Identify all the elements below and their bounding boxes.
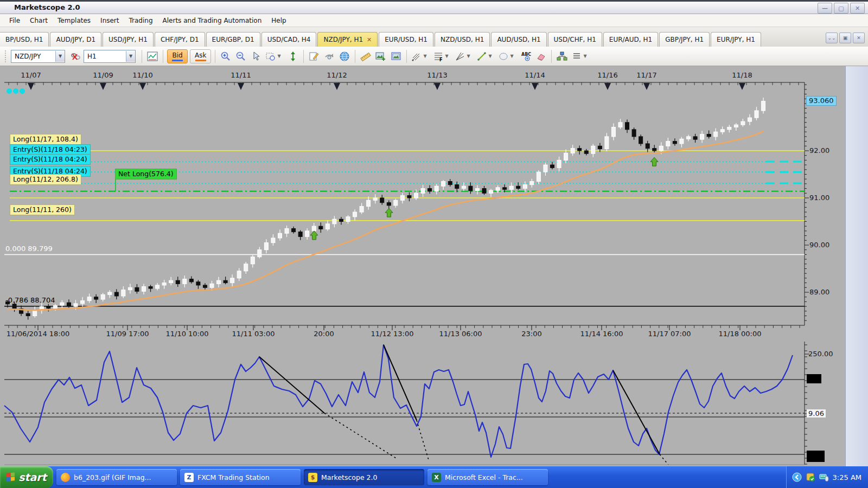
task-label: FXCM Trading Station [197, 473, 270, 481]
add-image-icon[interactable] [374, 49, 388, 63]
collapse-chevron-icon[interactable] [792, 472, 802, 482]
tab-close-icon[interactable]: ✕ [367, 36, 372, 43]
menu-bar: FileChartTemplatesInsertTradingAlerts an… [0, 14, 868, 27]
marquee-zoom-icon[interactable]: ▼ [264, 49, 285, 63]
top-axis-date: 11/13 [427, 71, 447, 79]
ruler-icon[interactable] [359, 49, 373, 63]
price-chart-canvas[interactable] [0, 66, 868, 466]
chevron-down-icon[interactable]: ▼ [510, 54, 513, 59]
tab-audusdh1[interactable]: AUD/USD, H1 [491, 32, 546, 47]
trade-label[interactable]: Long(11/17, 108.4) [10, 134, 81, 145]
tab-usdjpyh1[interactable]: USD/JPY, H1 [103, 32, 154, 47]
image-frame-icon[interactable] [389, 49, 403, 63]
bottom-axis-date: 11/13 06:00 [439, 330, 482, 338]
taskbar-task-firefox[interactable]: b6_203.gif (GIF Imag... [56, 469, 177, 485]
tab-nzdusdh1[interactable]: NZD/USD, H1 [435, 32, 490, 47]
tab-label: EUR/AUD, H1 [609, 36, 652, 43]
menu-item-file[interactable]: File [4, 15, 25, 26]
tab-label: USD/JPY, H1 [108, 36, 148, 43]
chevron-down-icon[interactable]: ▼ [445, 54, 448, 59]
start-button[interactable]: start [0, 466, 53, 488]
bottom-axis-date: 11/11 03:00 [232, 330, 275, 338]
minimize-button[interactable]: — [818, 3, 832, 14]
shield-check-icon[interactable] [806, 472, 815, 482]
chevron-down-icon[interactable]: ▼ [277, 54, 280, 59]
tab-nzdjpyh1[interactable]: NZD/JPY, H1✕ [317, 32, 378, 47]
text-abc-icon[interactable]: ABC [519, 49, 533, 63]
trade-label[interactable]: Entry(S)(11/18 04:24) [10, 154, 91, 165]
taskbar-task-fxcm[interactable]: ZFXCM Trading Station [180, 469, 301, 485]
tab-usdcadh4[interactable]: USD/CAD, H4 [261, 32, 317, 47]
taskbar-task-excel[interactable]: XMicrosoft Excel - Trac... [427, 469, 548, 485]
eraser-icon[interactable] [534, 49, 548, 63]
tab-gbpjpyh1[interactable]: GBP/JPY, H1 [659, 32, 710, 47]
taskbar: start b6_203.gif (GIF Imag...ZFXCM Tradi… [0, 466, 868, 488]
toolbar-grip[interactable] [5, 50, 8, 62]
title-bar[interactable]: Marketscope 2.0 — ▢ ✕ [0, 2, 868, 14]
chevron-down-icon[interactable]: ▼ [583, 54, 586, 59]
bottom-axis-date: 11/09 17:00 [106, 330, 149, 338]
indicator-axis-label: 250.00 [808, 350, 833, 358]
top-axis-date: 11/18 [732, 71, 752, 79]
trade-label[interactable]: Entry(S)(11/18 04:23) [10, 144, 91, 155]
trade-label[interactable]: Long(11/11, 260) [10, 204, 75, 215]
tab-label: USD/CHF, H1 [554, 36, 596, 43]
close-child-button[interactable]: ✕ [853, 33, 865, 43]
tab-usdchfh1[interactable]: USD/CHF, H1 [548, 32, 602, 47]
zoom-in-icon[interactable] [219, 49, 233, 63]
pitchfork-icon[interactable]: ▼ [410, 49, 431, 63]
globe-icon[interactable] [337, 49, 352, 63]
menu-item-help[interactable]: Help [266, 15, 291, 26]
tab-chfjpyd1[interactable]: CHF/JPY, D1 [155, 32, 205, 47]
chevron-down-icon[interactable]: ▼ [126, 51, 135, 62]
svg-text:F: F [439, 57, 442, 62]
redo-view-icon[interactable] [322, 49, 336, 63]
menu-item-chart[interactable]: Chart [25, 15, 53, 26]
trade-label[interactable]: Net Long(576.4) [115, 169, 177, 179]
fib-levels-icon[interactable]: F▼ [432, 49, 452, 63]
menu-item-alerts-and-trading-automation[interactable]: Alerts and Trading Automation [158, 15, 267, 26]
line-icon[interactable]: ▼ [475, 49, 496, 63]
tab-euraudh1[interactable]: EUR/AUD, H1 [603, 32, 658, 47]
fit-vertical-icon[interactable] [286, 49, 300, 63]
restore-child-button[interactable]: ▣ [839, 33, 851, 43]
hierarchy-icon[interactable] [555, 49, 569, 63]
tab-eurjpyh1[interactable]: EUR/JPY, H1 [711, 32, 761, 47]
chevron-down-icon[interactable]: ▼ [423, 54, 426, 59]
right-panel-strip[interactable] [845, 66, 868, 466]
clock: 3:25 AM [833, 473, 861, 481]
taskbar-task-marketscope[interactable]: $Marketscope 2.0 [304, 469, 424, 485]
tab-audjpyd1[interactable]: AUD/JPY, D1 [50, 32, 101, 47]
tab-eurusdh1[interactable]: EUR/USD, H1 [379, 32, 433, 47]
tab-eurgbpd1[interactable]: EUR/GBP, D1 [206, 32, 260, 47]
menu-item-templates[interactable]: Templates [53, 15, 95, 26]
unlink-icon[interactable] [69, 49, 83, 63]
marker-dot [7, 88, 12, 94]
chart-area[interactable]: 11/0711/0911/1011/1111/1211/1311/1411/16… [0, 66, 868, 466]
list-icon[interactable]: ▼ [570, 49, 591, 63]
top-axis-date: 11/11 [231, 71, 251, 79]
chart-type-icon[interactable] [145, 49, 159, 63]
edit-note-icon[interactable] [307, 49, 321, 63]
chevron-down-icon[interactable]: ▼ [488, 54, 492, 59]
menu-item-trading[interactable]: Trading [124, 15, 158, 26]
trend-lines-icon[interactable]: ▼ [454, 49, 474, 63]
indicator-marker-square [807, 451, 825, 462]
chevron-down-icon[interactable]: ▼ [55, 51, 65, 62]
menu-item-insert[interactable]: Insert [95, 15, 124, 26]
ask-button[interactable]: Ask [190, 49, 211, 63]
bid-button[interactable]: Bid [167, 49, 188, 63]
period-select[interactable]: H1 ▼ [84, 50, 136, 63]
symbol-select[interactable]: NZD/JPY ▼ [11, 50, 65, 63]
tab-overflow-button[interactable]: ⌄⌄ [826, 33, 838, 43]
trade-label[interactable]: Long(11/12, 206.8) [10, 174, 81, 185]
maximize-button[interactable]: ▢ [834, 3, 848, 14]
ellipse-icon[interactable]: ▼ [497, 49, 518, 63]
price-tick-label: 90.00 [809, 241, 829, 249]
chevron-down-icon[interactable]: ▼ [467, 54, 470, 59]
tab-bpusdh1[interactable]: BP/USD, H1 [0, 32, 49, 47]
pointer-zoom-icon[interactable] [249, 49, 263, 63]
close-button[interactable]: ✕ [850, 3, 865, 14]
zoom-out-icon[interactable] [234, 49, 248, 63]
input-device-icon[interactable] [819, 472, 829, 482]
